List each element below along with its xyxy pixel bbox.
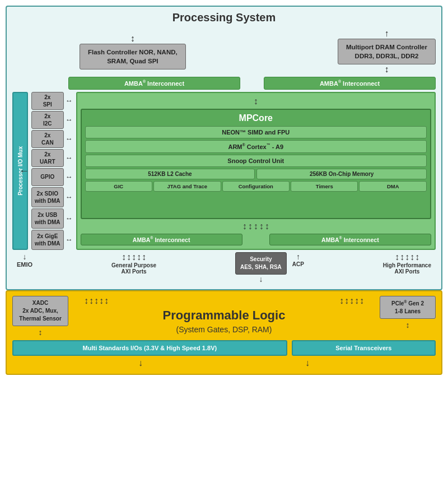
emio-arrow-down: ↓ [23, 252, 27, 261]
dram-bottom-arrow: ↕ [384, 64, 389, 75]
periph-can-row: 2xCAN ↔ [31, 130, 73, 148]
dma-box: DMA [359, 181, 426, 192]
gp-arrow2: ↕ [127, 252, 131, 262]
flash-top-arrow: ↕ [130, 34, 135, 44]
gp-axi-section: ↕ ↕ ↕ ↕ ↕ General PurposeAXI Ports [111, 252, 156, 275]
left-outer-arrow: ← [19, 165, 29, 177]
pl-bottom-arrow2: ↓ [305, 358, 310, 368]
middle-area: Processor I/O Mux ← 2xSPI ↔ 2xI2C [12, 92, 436, 250]
bottom-center-arrows: ↕ ↕ ↕ ↕ ↕ [81, 221, 431, 231]
hp-arrow5: ↕ [415, 252, 419, 262]
xadc-box: XADC2x ADC, Mux,Thermal Sensor [12, 296, 68, 326]
arrow1: ↕ [242, 221, 247, 231]
pcie-box: PCIe® Gen 21-8 Lanes [380, 296, 436, 319]
ps-title: Processing System [12, 11, 436, 24]
dram-top-arrow: ↑ [384, 29, 389, 39]
emio-section: ↓ EMIO [17, 252, 32, 268]
periph-gige: 2x GigEwith DMA [31, 230, 64, 250]
pcie-section: PCIe® Gen 21-8 Lanes ↕ [380, 296, 436, 329]
periph-i2c-row: 2xI2C ↔ [31, 111, 73, 129]
neon-box: NEON™ SIMD and FPU [85, 126, 427, 138]
pl-title: Programmable Logic [163, 308, 286, 323]
hp-axi-section: ↕ ↕ ↕ ↕ ↕ High PerformanceAXI Ports [383, 252, 431, 275]
periph-uart-row: 2xUART ↔ [31, 149, 73, 167]
pl-bottom-bars: Multi Standards I/Os (3.3V & High Speed … [12, 340, 436, 356]
flash-controller-box: Flash Controller NOR, NAND,SRAM, Quad SP… [80, 44, 186, 69]
periph-gpio-row: GPIO ↔ [31, 168, 73, 186]
center-top-arrow: ↕ [81, 96, 431, 106]
hp-arrow1: ↕ [395, 252, 399, 262]
arrow4: ↕ [259, 221, 264, 231]
ps-bottom-section: ↓ EMIO ↕ ↕ ↕ ↕ ↕ General PurposeAXI Port… [12, 252, 436, 284]
xadc-section: XADC2x ADC, Mux,Thermal Sensor ↕ [12, 296, 68, 337]
security-arrow: ↓ [259, 275, 263, 284]
periph-usb: 2x USBwith DMA [31, 208, 64, 229]
programmable-logic-box: XADC2x ADC, Mux,Thermal Sensor ↕ ↕ ↕ ↕ ↕… [6, 290, 442, 375]
amba-top-row: AMBA® Interconnect AMBA® Interconnect [68, 77, 436, 90]
amba-top-right: AMBA® Interconnect [264, 77, 436, 90]
hp-axi-label: High PerformanceAXI Ports [383, 262, 431, 275]
gic-box: GIC [85, 181, 152, 192]
inner-green-box: ↕ MPCore NEON™ SIMD and FPU ARM® Cortex™… [76, 92, 436, 250]
amba-top-left: AMBA® Interconnect [68, 77, 240, 90]
periph-gige-row: 2x GigEwith DMA ↔ [31, 230, 73, 250]
gige-arrow: ↔ [66, 235, 73, 244]
cache-ocm-row: 512KB L2 Cache 256KB On-Chip Memory [85, 169, 427, 179]
usb-arrow: ↔ [66, 214, 73, 222]
security-box: SecurityAES, SHA, RSA [235, 252, 287, 275]
spi-arrow: ↔ [66, 96, 73, 105]
processing-system-box: Processing System ↕ Flash Controller NOR… [6, 6, 442, 290]
hp-arrow2: ↕ [400, 252, 404, 262]
peripherals-section: ← 2xSPI ↔ 2xI2C ↔ 2xCAN ↔ [31, 92, 73, 250]
uart-arrow: ↔ [66, 154, 73, 162]
pl-top-row: XADC2x ADC, Mux,Thermal Sensor ↕ ↕ ↕ ↕ ↕… [12, 296, 436, 337]
cache-box: 512KB L2 Cache [85, 169, 255, 179]
amba-bottom-row: AMBA® Interconnect AMBA® Interconnect [81, 234, 431, 245]
periph-spi: 2xSPI [31, 92, 64, 110]
can-arrow: ↔ [66, 134, 73, 143]
periph-spi-row: 2xSPI ↔ [31, 92, 73, 110]
gp-axi-arrows: ↕ ↕ ↕ ↕ ↕ [122, 252, 146, 262]
pl-center: ↕ ↕ ↕ ↕ ↕ ↕ ↕ ↕ ↕ ↕ Programmable Logic [73, 296, 375, 334]
sdio-arrow: ↔ [66, 193, 73, 201]
periph-sdio-row: 2x SDIOwith DMA ↔ [31, 187, 73, 207]
pl-subtitle: (System Gates, DSP, RAM) [176, 325, 272, 334]
mpcore-bottom-row: GIC JTAG and Trace Configuration Timers … [85, 181, 427, 192]
hp-arrow3: ↕ [405, 252, 409, 262]
pcie-arrow: ↕ [406, 321, 410, 329]
multi-standards-bar: Multi Standards I/Os (3.3V & High Speed … [12, 340, 287, 356]
gpio-arrow: ↔ [66, 173, 73, 181]
gp-arrow4: ↕ [137, 252, 141, 262]
amba-bottom-right: AMBA® Interconnect [269, 234, 431, 245]
pl-bottom-arrows: ↓ ↓ [12, 358, 436, 368]
periph-sdio: 2x SDIOwith DMA [31, 187, 64, 207]
acp-arrow-up: ↑ [296, 252, 300, 261]
periph-can: 2xCAN [31, 130, 64, 148]
i2c-arrow: ↔ [66, 115, 73, 124]
gp-arrow1: ↕ [122, 252, 126, 262]
timers-box: Timers [291, 181, 358, 192]
periph-i2c: 2xI2C [31, 111, 64, 129]
gp-arrow5: ↕ [142, 252, 146, 262]
pl-top-arrows: ↕ ↕ ↕ ↕ ↕ ↕ ↕ ↕ ↕ ↕ [73, 296, 375, 306]
periph-uart: 2xUART [31, 149, 64, 167]
main-diagram: Processing System ↕ Flash Controller NOR… [6, 6, 442, 375]
gp-axi-label: General PurposeAXI Ports [111, 262, 156, 275]
pl-bottom-arrow1: ↓ [138, 358, 143, 368]
arrow3: ↕ [254, 221, 258, 231]
ocm-box: 256KB On-Chip Memory [256, 169, 427, 179]
mpcore-title: MPCore [85, 113, 427, 123]
gp-arrow3: ↕ [132, 252, 136, 262]
pl-hp-arrows-top: ↕ ↕ ↕ ↕ ↕ [339, 296, 364, 306]
pl-gp-arrows-top: ↕ ↕ ↕ ↕ ↕ [84, 296, 109, 306]
acp-label: ACP [292, 261, 304, 267]
hp-arrow4: ↕ [410, 252, 414, 262]
xadc-arrow: ↕ [39, 328, 43, 337]
top-controllers-row: ↕ Flash Controller NOR, NAND,SRAM, Quad … [12, 29, 436, 75]
mpcore-box: MPCore NEON™ SIMD and FPU ARM® Cortex™ -… [81, 109, 431, 220]
config-box: Configuration [222, 181, 290, 192]
periph-gpio: GPIO [31, 168, 64, 186]
arm-box: ARM® Cortex™ - A9 [85, 140, 427, 153]
amba-bottom-left: AMBA® Interconnect [81, 234, 242, 245]
arrow5: ↕ [265, 221, 269, 231]
